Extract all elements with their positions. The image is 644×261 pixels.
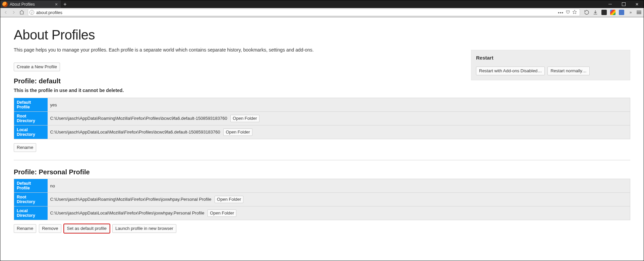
new-tab-button[interactable]: + <box>61 0 69 8</box>
field-default-profile: Default Profile <box>14 179 48 193</box>
profile-personal-heading: Profile: Personal Profile <box>14 168 630 176</box>
extension-badge-1-icon[interactable] <box>601 9 607 16</box>
open-local-folder-button[interactable]: Open Folder <box>208 209 236 217</box>
restart-heading: Restart <box>476 55 625 61</box>
about-profiles-page: About Profiles This page helps you to ma… <box>0 18 644 261</box>
profile-default-section: Profile: default This is the profile in … <box>14 77 630 152</box>
field-root-dir: Root Directory <box>14 193 48 206</box>
site-info-icon[interactable]: i <box>30 10 34 15</box>
table-row: Root Directory C:\Users\jasch\AppData\Ro… <box>14 112 630 125</box>
value-root-dir: C:\Users\jasch\AppData\Roaming\Mozilla\F… <box>50 197 212 202</box>
window-minimize-button[interactable] <box>603 0 617 8</box>
profile-personal-section: Profile: Personal Profile Default Profil… <box>14 168 630 233</box>
page-title: About Profiles <box>14 27 630 42</box>
field-default-profile: Default Profile <box>14 98 48 112</box>
create-profile-button[interactable]: Create a New Profile <box>14 63 60 71</box>
page-actions-icon[interactable]: ••• <box>558 10 564 15</box>
browser-tab-bar: About Profiles × + <box>0 0 644 8</box>
field-root-dir: Root Directory <box>14 112 48 125</box>
field-local-dir: Local Directory <box>14 206 48 220</box>
profile-personal-table: Default Profile no Root Directory C:\Use… <box>14 179 630 220</box>
back-button <box>2 8 10 16</box>
rename-button[interactable]: Rename <box>14 143 36 152</box>
tab-about-profiles[interactable]: About Profiles × <box>0 0 61 8</box>
table-row: Local Directory C:\Users\jasch\AppData\L… <box>14 206 630 220</box>
open-root-folder-button[interactable]: Open Folder <box>215 196 243 203</box>
open-root-folder-button[interactable]: Open Folder <box>230 115 259 122</box>
restart-panel: Restart Restart with Add-ons Disabled… R… <box>471 50 630 80</box>
launch-profile-button[interactable]: Launch profile in new browser <box>112 224 176 233</box>
table-row: Default Profile yes <box>14 98 630 112</box>
restart-normally-button[interactable]: Restart normally… <box>547 67 590 75</box>
tab-title: About Profiles <box>10 2 54 7</box>
set-default-profile-button[interactable]: Set as default profile <box>64 224 110 233</box>
navigation-toolbar: i about:profiles ••• » <box>0 8 644 17</box>
restart-addons-disabled-button[interactable]: Restart with Add-ons Disabled… <box>476 67 545 75</box>
window-maximize-button[interactable] <box>617 0 630 8</box>
value-default-profile: no <box>48 179 630 193</box>
rename-button[interactable]: Rename <box>14 224 36 233</box>
value-local-dir: C:\Users\jasch\AppData\Local\Mozilla\Fir… <box>50 210 204 215</box>
field-local-dir: Local Directory <box>14 125 48 139</box>
bookmark-star-icon[interactable] <box>572 10 577 15</box>
remove-button[interactable]: Remove <box>39 224 61 233</box>
table-row: Root Directory C:\Users\jasch\AppData\Ro… <box>14 193 630 206</box>
window-close-button[interactable] <box>630 0 644 8</box>
pocket-icon[interactable] <box>566 10 570 15</box>
value-default-profile: yes <box>48 98 630 112</box>
svg-marker-0 <box>573 10 577 14</box>
firefox-icon <box>2 2 8 7</box>
home-button[interactable] <box>18 8 26 16</box>
url-text: about:profiles <box>36 10 558 15</box>
app-menu-button[interactable] <box>636 9 642 16</box>
extension-badge-2-icon[interactable] <box>618 9 625 16</box>
overflow-menu-icon[interactable]: » <box>627 9 634 16</box>
separator <box>14 160 630 160</box>
profile-in-use-note: This is the profile in use and it cannot… <box>14 88 630 93</box>
table-row: Default Profile no <box>14 179 630 193</box>
url-bar[interactable]: i about:profiles ••• <box>28 9 580 16</box>
open-local-folder-button[interactable]: Open Folder <box>223 128 252 136</box>
profile-default-table: Default Profile yes Root Directory C:\Us… <box>14 98 630 139</box>
reload-icon[interactable] <box>583 9 590 16</box>
value-local-dir: C:\Users\jasch\AppData\Local\Mozilla\Fir… <box>50 129 220 135</box>
download-icon[interactable] <box>592 9 599 16</box>
close-tab-icon[interactable]: × <box>54 2 59 7</box>
extension-google-icon[interactable] <box>609 9 616 16</box>
forward-button <box>10 8 18 16</box>
table-row: Local Directory C:\Users\jasch\AppData\L… <box>14 125 630 139</box>
value-root-dir: C:\Users\jasch\AppData\Roaming\Mozilla\F… <box>50 116 227 121</box>
